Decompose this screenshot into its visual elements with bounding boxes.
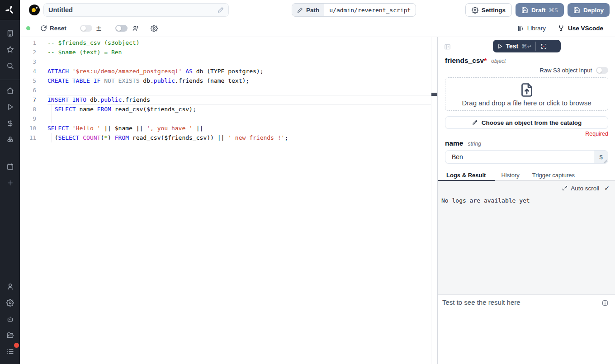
name-input[interactable]: Ben $ — [445, 150, 608, 164]
eyedropper-icon — [472, 119, 478, 126]
sidebar-item-search[interactable] — [2, 57, 18, 74]
code-lines: 1-- $friends_csv (s3object)2-- $name (te… — [20, 38, 431, 142]
code-line[interactable]: 1-- $friends_csv (s3object) — [20, 38, 431, 47]
audit-list-icon — [6, 348, 14, 355]
catalog-button-label: Choose an object from the catalog — [482, 119, 582, 126]
path-button[interactable]: Path u/admin/reverent_script — [292, 3, 416, 17]
library-label: Library — [527, 25, 546, 32]
test-button-divider — [535, 42, 536, 51]
use-vscode-button[interactable]: Use VScode — [558, 25, 603, 32]
save-icon — [573, 7, 580, 14]
sidebar-item-folders[interactable] — [2, 327, 18, 343]
indent-guide — [52, 104, 52, 114]
tab-logs-result[interactable]: Logs & Result — [438, 170, 495, 180]
result-pane: Test to see the result here — [438, 295, 615, 364]
sidebar-item-schedules[interactable] — [2, 158, 18, 175]
right-panel: Test ⌘↵ friends_csv* object Raw S3 objec… — [437, 37, 615, 364]
apps-icon — [6, 29, 14, 37]
vscode-icon — [558, 25, 565, 32]
variables-dollar-icon — [6, 119, 14, 127]
gear-icon — [472, 7, 478, 14]
sidebar-item-favorites[interactable] — [2, 41, 18, 57]
reset-button[interactable]: Reset — [40, 25, 66, 32]
code-line[interactable]: 6 — [20, 85, 431, 95]
code-line[interactable]: 9 — [20, 114, 431, 123]
name-input-value: Ben — [445, 151, 594, 163]
code-text: SELECT name FROM read_csv($friends_csv); — [47, 104, 196, 114]
library-icon — [517, 25, 524, 32]
sidebar-item-home[interactable] — [2, 82, 18, 99]
play-icon — [497, 43, 503, 49]
code-line[interactable]: 4ATTACH '$res:u/demo/amazed_postgresql' … — [20, 66, 431, 76]
field-friends-csv-header: friends_csv* object — [445, 57, 608, 65]
code-line[interactable]: 10SELECT 'Hello ' || $name || ', you hav… — [20, 123, 431, 133]
sidebar-group-main — [0, 80, 20, 191]
field-name-header: name string — [445, 139, 608, 147]
code-line[interactable]: 5CREATE TABLE IF NOT EXISTS db.public.fr… — [20, 76, 431, 85]
test-label: Test — [506, 43, 519, 50]
line-number: 10 — [20, 123, 36, 133]
editor-scrollbar[interactable] — [431, 37, 437, 364]
info-icon[interactable] — [601, 299, 609, 308]
raw-s3-row: Raw S3 object input — [445, 67, 608, 74]
line-number: 6 — [20, 85, 36, 95]
path-value: u/admin/reverent_script — [324, 4, 416, 16]
draft-button[interactable]: Draft ⌘S — [516, 3, 564, 17]
variable-picker-button[interactable]: $ — [594, 151, 608, 163]
collab-users-button[interactable] — [132, 25, 139, 32]
sidebar-group-bottom — [0, 278, 20, 364]
sidebar-item-runs[interactable] — [2, 99, 18, 115]
editor-settings-button[interactable] — [151, 25, 158, 32]
code-line[interactable]: 7INSERT INTO db.public.friends — [20, 95, 431, 104]
script-title-input[interactable]: Untitled — [43, 3, 229, 17]
deploy-button[interactable]: Deploy — [568, 3, 610, 17]
code-text: -- $name (text) = Ben — [47, 47, 122, 57]
windmill-logo[interactable] — [0, 0, 20, 20]
sidebar-item-variables[interactable] — [2, 115, 18, 131]
workers-bot-icon — [6, 315, 14, 323]
library-button[interactable]: Library — [517, 25, 546, 32]
sidebar-item-audit-logs[interactable] — [2, 343, 18, 359]
sidebar-item-add[interactable] — [2, 175, 18, 191]
draft-shortcut: ⌘S — [549, 7, 558, 14]
code-line[interactable]: 2-- $name (text) = Ben — [20, 47, 431, 57]
code-line[interactable]: 3 — [20, 57, 431, 66]
test-button[interactable]: Test ⌘↵ — [493, 40, 561, 52]
code-line[interactable]: 11 (SELECT COUNT(*) FROM read_csv($frien… — [20, 133, 431, 142]
field-type: string — [468, 141, 481, 147]
sidebar-item-user[interactable] — [2, 278, 18, 294]
capture-scan-icon[interactable] — [540, 43, 547, 50]
workspace-avatar[interactable] — [29, 5, 40, 15]
line-number: 5 — [20, 76, 36, 85]
field-type: object — [491, 58, 506, 64]
sidebar-item-apps[interactable] — [2, 25, 18, 41]
pencil-icon — [218, 7, 224, 13]
code-editor[interactable]: 1-- $friends_csv (s3object)2-- $name (te… — [20, 37, 431, 364]
raw-s3-toggle[interactable] — [596, 67, 608, 74]
tab-history[interactable]: History — [495, 170, 525, 180]
sidebar-item-settings[interactable] — [2, 294, 18, 311]
auto-scroll-label: Auto scroll — [571, 185, 599, 192]
sidebar-item-workers[interactable] — [2, 311, 18, 327]
sidebar-item-resources[interactable] — [2, 131, 18, 147]
star-icon — [6, 46, 14, 53]
panel-collapse-button[interactable] — [444, 43, 451, 52]
line-number: 1 — [20, 38, 36, 47]
auto-scroll-checkbox[interactable]: ✓ — [604, 184, 610, 192]
notification-dot — [14, 343, 19, 348]
diff-toggle[interactable] — [80, 25, 92, 32]
code-line[interactable]: 8 SELECT name FROM read_csv($friends_csv… — [20, 104, 431, 114]
result-placeholder: Test to see the result here — [442, 298, 520, 306]
tab-trigger-captures[interactable]: Trigger captures — [526, 170, 581, 180]
catalog-button[interactable]: Choose an object from the catalog — [445, 116, 608, 129]
test-shortcut: ⌘↵ — [521, 43, 532, 50]
resources-icon — [6, 136, 14, 143]
collab-toggle[interactable] — [115, 25, 128, 32]
file-dropzone[interactable]: Drag and drop a file here or click to br… — [445, 77, 608, 111]
gear-icon — [6, 299, 14, 307]
code-text: -- $friends_csv (s3object) — [47, 38, 140, 47]
settings-button[interactable]: Settings — [465, 3, 512, 17]
settings-label: Settings — [482, 7, 506, 14]
line-number: 7 — [20, 95, 36, 104]
expand-icon[interactable] — [562, 185, 568, 191]
